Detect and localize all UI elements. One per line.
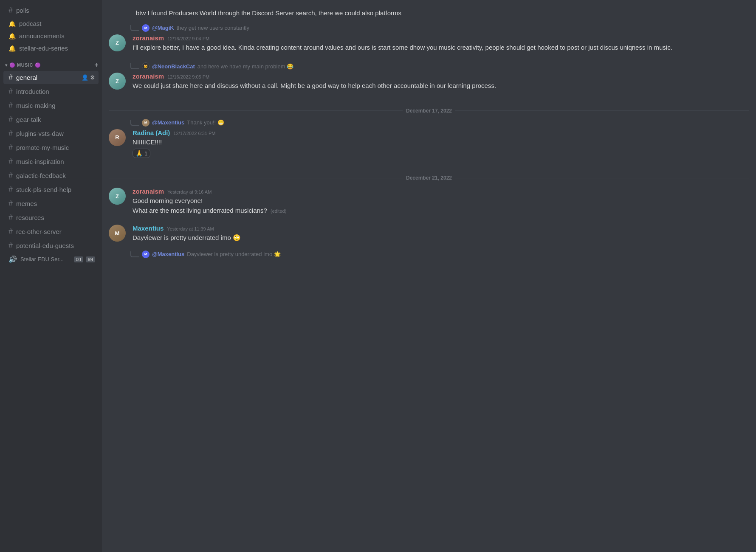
reply-text: and here we have my main problem 😂 bbox=[197, 63, 293, 70]
message-text: NIIIIICE!!!! bbox=[133, 138, 749, 147]
category-emoji-right: 🟣 bbox=[35, 62, 41, 68]
avatar: Z bbox=[109, 188, 126, 205]
channel-label: potential-edu-guests bbox=[16, 242, 95, 249]
reaction-count: 1 bbox=[144, 150, 147, 157]
channel-label: podcast bbox=[19, 20, 95, 27]
reply-row: 🐱 @NeonBlackCat and here we have my main… bbox=[109, 62, 749, 70]
timestamp: Yesterday at 11:39 AM bbox=[167, 226, 214, 231]
channel-rec-other-server[interactable]: # rec-other-server bbox=[3, 225, 99, 238]
settings-icon[interactable]: ⚙ bbox=[90, 74, 95, 81]
message-header: zoranaism Yesterday at 9:16 AM bbox=[133, 188, 749, 195]
channel-introduction[interactable]: # introduction bbox=[3, 85, 99, 98]
reaction[interactable]: 🙏 1 bbox=[133, 149, 150, 158]
hash-icon: # bbox=[8, 129, 13, 138]
reply-avatar: M bbox=[142, 24, 150, 32]
timestamp: 12/16/2022 9:05 PM bbox=[167, 74, 209, 79]
channel-music-inspiration[interactable]: # music-inspiration bbox=[3, 155, 99, 168]
add-member-icon[interactable]: 👤 bbox=[82, 74, 88, 81]
channel-label: music-inspiration bbox=[16, 158, 95, 165]
category-label: MUSIC bbox=[17, 62, 33, 68]
speaker-icon: 🔔 bbox=[8, 45, 16, 52]
reply-mention: @Maxentius bbox=[152, 119, 184, 126]
date-divider-dec17: December 17, 2022 bbox=[109, 108, 749, 114]
reply-mention: @NeonBlackCat bbox=[152, 63, 195, 70]
hash-icon: # bbox=[8, 171, 13, 180]
channel-memes[interactable]: # memes bbox=[3, 197, 99, 210]
reply-mention: @Maxentius bbox=[152, 251, 184, 257]
avatar: R bbox=[109, 129, 126, 146]
message-header: zoranaism 12/16/2022 9:05 PM bbox=[133, 73, 749, 80]
reply-mention: @MagiK bbox=[152, 25, 174, 31]
speaker-icon: 🔔 bbox=[8, 33, 16, 39]
chevron-down-icon: ▾ bbox=[5, 63, 8, 68]
channel-stuck-pls-send-help[interactable]: # stuck-pls-send-help bbox=[3, 183, 99, 196]
channel-label: general bbox=[16, 74, 82, 81]
date-divider-dec21: December 21, 2022 bbox=[109, 175, 749, 181]
hash-icon: # bbox=[8, 185, 13, 194]
avatar: Z bbox=[109, 34, 126, 51]
channel-potential-edu-guests[interactable]: # potential-edu-guests bbox=[3, 239, 99, 252]
channel-polls[interactable]: # polls bbox=[3, 4, 99, 17]
channel-label: rec-other-server bbox=[16, 228, 95, 235]
channel-label: resources bbox=[16, 214, 95, 221]
edited-label: (edited) bbox=[271, 208, 286, 214]
channel-label: music-making bbox=[16, 102, 95, 109]
channel-label: memes bbox=[16, 200, 95, 207]
hash-icon: # bbox=[8, 241, 13, 250]
chat-area: btw I found Producers World through the … bbox=[102, 0, 756, 552]
reply-avatar: 🐱 bbox=[142, 62, 150, 70]
hash-icon: # bbox=[8, 87, 13, 96]
channel-stellar-edu-series[interactable]: 🔔 stellar-edu-series bbox=[3, 42, 99, 54]
channel-podcast[interactable]: 🔔 podcast bbox=[3, 18, 99, 29]
reaction-emoji: 🙏 bbox=[135, 150, 143, 157]
username: Radina (Adi) bbox=[133, 129, 170, 136]
reply-curve-icon bbox=[129, 25, 139, 31]
category-emoji-left: 🟣 bbox=[9, 62, 16, 68]
vc-badge-1: 00 bbox=[74, 256, 83, 262]
reply-avatar: M bbox=[142, 251, 150, 258]
channel-label: polls bbox=[16, 7, 95, 14]
hash-icon: # bbox=[8, 213, 13, 222]
reply-curve-icon bbox=[129, 251, 139, 257]
timestamp: 12/16/2022 9:04 PM bbox=[167, 36, 209, 41]
channel-label: stellar-edu-series bbox=[19, 45, 95, 52]
message-header: zoranaism 12/16/2022 9:04 PM bbox=[133, 34, 749, 42]
reply-row: M @MagiK they get new users constantly bbox=[109, 24, 749, 32]
message-content: zoranaism 12/16/2022 9:04 PM I'll explor… bbox=[133, 34, 749, 53]
add-channel-button[interactable]: + bbox=[94, 61, 99, 69]
channel-music-making[interactable]: # music-making bbox=[3, 99, 99, 112]
message-group-maxentius: M Maxentius Yesterday at 11:39 AM Dayvie… bbox=[109, 223, 749, 245]
message-line1: Good morning everyone! What are the most… bbox=[133, 196, 749, 215]
sidebar: # polls 🔔 podcast 🔔 announcements 🔔 stel… bbox=[0, 0, 102, 552]
main-chat: btw I found Producers World through the … bbox=[102, 0, 756, 552]
reply-text: Dayviewer is pretty underrated imo 🌟 bbox=[187, 251, 280, 257]
vc-badge-2: 99 bbox=[86, 256, 95, 262]
channel-galactic-feedback[interactable]: # galactic-feedback bbox=[3, 169, 99, 182]
message-content: Radina (Adi) 12/17/2022 6:31 PM NIIIIICE… bbox=[133, 129, 749, 158]
channel-resources[interactable]: # resources bbox=[3, 211, 99, 224]
reply-row-final: M @Maxentius Dayviewer is pretty underra… bbox=[109, 251, 749, 258]
channel-label: announcements bbox=[19, 32, 95, 39]
reply-text: Thank you!! 😁 bbox=[187, 119, 224, 126]
channel-actions: 👤 ⚙ bbox=[82, 74, 95, 81]
message-content: zoranaism Yesterday at 9:16 AM Good morn… bbox=[133, 188, 749, 215]
message-group: btw I found Producers World through the … bbox=[109, 7, 749, 20]
hash-icon: # bbox=[8, 227, 13, 236]
music-category[interactable]: ▾ 🟣 MUSIC 🟣 + bbox=[0, 54, 102, 70]
reply-avatar: M bbox=[142, 119, 150, 127]
channel-gear-talk[interactable]: # gear-talk bbox=[3, 113, 99, 126]
reply-row: M @Maxentius Thank you!! 😁 bbox=[109, 119, 749, 127]
message-header: Radina (Adi) 12/17/2022 6:31 PM bbox=[133, 129, 749, 136]
timestamp: Yesterday at 9:16 AM bbox=[167, 189, 212, 194]
hash-icon: # bbox=[8, 115, 13, 124]
channel-announcements[interactable]: 🔔 announcements bbox=[3, 30, 99, 42]
channel-plugins-vsts-daw[interactable]: # plugins-vsts-daw bbox=[3, 127, 99, 140]
message-content: Maxentius Yesterday at 11:39 AM Dayviewe… bbox=[133, 225, 749, 243]
channel-general[interactable]: # general 👤 ⚙ bbox=[3, 71, 99, 84]
message-content: btw I found Producers World through the … bbox=[136, 8, 749, 18]
hash-icon: # bbox=[8, 143, 13, 152]
channel-promote-my-music[interactable]: # promote-my-music bbox=[3, 141, 99, 154]
message-text: Dayviewer is pretty underrated imo 🙄 bbox=[133, 233, 749, 243]
username: zoranaism bbox=[133, 34, 164, 42]
voice-channel-stellar[interactable]: 🔊 Stellar EDU Ser... 00 99 bbox=[3, 253, 99, 265]
